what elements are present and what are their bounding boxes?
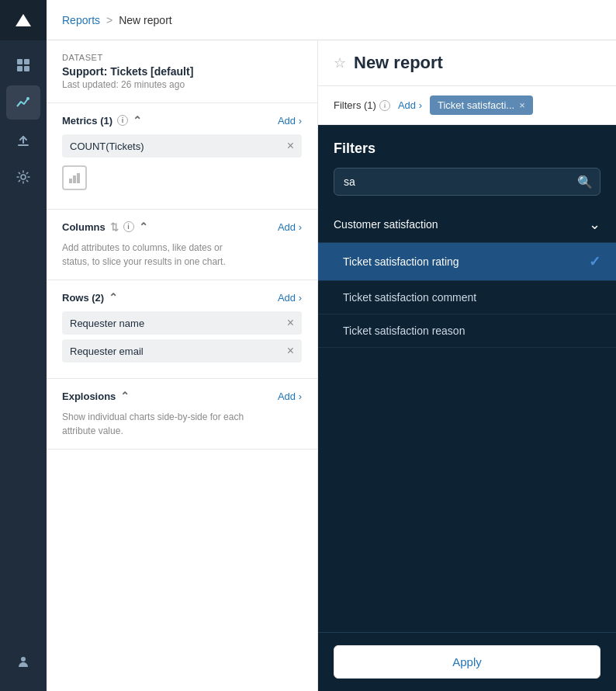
rows-title: Rows (2) ⌃ (62, 291, 118, 304)
filters-panel-title: Filters (318, 125, 616, 168)
explosions-section: Explosions ⌃ Add › Show individual chart… (47, 379, 317, 450)
filter-item-satisfaction-reason[interactable]: Ticket satisfaction reason (318, 314, 616, 348)
columns-info-icon[interactable]: i (123, 221, 134, 232)
explosions-collapse-icon[interactable]: ⌃ (120, 390, 130, 402)
metrics-section: Metrics (1) i ⌃ Add › COUNT(Tickets) × (47, 103, 317, 210)
svg-rect-3 (24, 66, 29, 71)
columns-add-button[interactable]: Add › (278, 221, 302, 233)
dataset-label: Dataset (62, 53, 302, 62)
columns-sort-icon[interactable]: ⇅ (110, 221, 119, 233)
explosions-header: Explosions ⌃ Add › (62, 390, 302, 402)
chart-placeholder (62, 165, 302, 190)
app-logo[interactable] (0, 0, 47, 40)
rows-collapse-icon[interactable]: ⌃ (109, 291, 118, 304)
apply-button[interactable]: Apply (334, 645, 600, 679)
chart-type-icon[interactable] (62, 165, 87, 190)
sidebar-item-settings[interactable] (6, 160, 40, 194)
columns-section: Columns ⇅ i ⌃ Add › Add attributes to co… (47, 210, 317, 280)
right-panel-header: ☆ New report (318, 40, 616, 86)
filter-groups: Customer satisfaction ⌄ Ticket satisfact… (318, 207, 616, 632)
filters-search-input[interactable] (334, 168, 600, 196)
search-icon: 🔍 (577, 175, 593, 189)
filters-label: Filters (1) i (334, 99, 390, 111)
content-area: Dataset Support: Tickets [default] Last … (47, 40, 616, 691)
svg-rect-2 (17, 66, 22, 71)
metrics-header: Metrics (1) i ⌃ Add › (62, 114, 302, 127)
explosions-title: Explosions ⌃ (62, 390, 130, 402)
dataset-info: Dataset Support: Tickets [default] Last … (47, 40, 317, 103)
filters-panel: Filters 🔍 Customer satisfaction ⌄ (318, 125, 616, 691)
sidebar (0, 0, 47, 691)
left-panel: Dataset Support: Tickets [default] Last … (47, 40, 318, 691)
columns-header: Columns ⇅ i ⌃ Add › (62, 220, 302, 233)
rows-chip-requester-name-remove[interactable]: × (287, 317, 294, 329)
breadcrumb: Reports > New report (62, 14, 172, 26)
filter-group-customer-satisfaction[interactable]: Customer satisfaction ⌄ (318, 207, 616, 243)
rows-header: Rows (2) ⌃ Add › (62, 291, 302, 304)
right-panel: ☆ New report Filters (1) i Add › Ticket … (318, 40, 616, 691)
columns-title: Columns ⇅ i ⌃ (62, 220, 148, 233)
chart-bar-icon (67, 171, 81, 185)
metrics-add-button[interactable]: Add › (278, 115, 302, 127)
report-title: New report (354, 53, 443, 73)
explosions-placeholder: Show individual charts side-by-side for … (62, 410, 302, 438)
metrics-info-icon[interactable]: i (117, 115, 128, 126)
svg-rect-8 (69, 179, 72, 183)
filter-group-chevron-icon: ⌄ (589, 216, 600, 233)
dataset-name: Support: Tickets [default] (62, 65, 302, 78)
filters-search-wrapper: 🔍 (334, 168, 600, 196)
main-content: Reports > New report Dataset Support: Ti… (47, 0, 616, 691)
rows-chip-requester-email: Requester email × (62, 339, 302, 363)
filter-check-icon: ✓ (589, 253, 600, 270)
svg-point-6 (21, 175, 26, 179)
columns-collapse-icon[interactable]: ⌃ (139, 220, 148, 233)
apply-section: Apply (318, 632, 616, 691)
active-filter-chip-remove[interactable]: × (519, 99, 525, 111)
rows-chip-requester-email-remove[interactable]: × (287, 345, 294, 357)
grid-icon (16, 57, 31, 73)
person-icon (16, 654, 31, 669)
breadcrumb-separator: > (106, 14, 112, 26)
sidebar-item-bottom[interactable] (6, 644, 40, 679)
filters-add-button[interactable]: Add › (398, 99, 422, 111)
metrics-chip-count-tickets: COUNT(Tickets) × (62, 134, 302, 158)
chart-icon (16, 95, 31, 110)
page-header: Reports > New report (47, 0, 616, 40)
svg-point-4 (26, 97, 29, 100)
filter-item-satisfaction-rating[interactable]: Ticket satisfaction rating ✓ (318, 243, 616, 281)
metrics-title: Metrics (1) i ⌃ (62, 114, 142, 127)
svg-point-7 (21, 657, 26, 661)
filters-search-container: 🔍 (318, 168, 616, 207)
svg-rect-0 (17, 59, 22, 64)
breadcrumb-current: New report (119, 14, 171, 26)
columns-placeholder: Add attributes to columns, like dates or… (62, 241, 302, 269)
sidebar-item-dashboard[interactable] (6, 48, 40, 82)
explosions-add-button[interactable]: Add › (278, 391, 302, 402)
svg-rect-1 (24, 59, 29, 64)
breadcrumb-reports-link[interactable]: Reports (62, 14, 100, 26)
gear-icon (16, 169, 31, 185)
rows-add-button[interactable]: Add › (278, 292, 302, 304)
active-filter-chip[interactable]: Ticket satisfacti... × (430, 95, 533, 115)
filter-item-satisfaction-comment[interactable]: Ticket satisfaction comment (318, 281, 616, 314)
sidebar-item-upload[interactable] (6, 123, 40, 157)
dataset-updated: Last updated: 26 minutes ago (62, 79, 302, 90)
metrics-chip-remove-button[interactable]: × (287, 140, 294, 152)
filters-info-icon[interactable]: i (379, 100, 390, 111)
svg-rect-9 (73, 175, 76, 183)
rows-section: Rows (2) ⌃ Add › Requester name × Reques… (47, 280, 317, 379)
filters-bar: Filters (1) i Add › Ticket satisfacti...… (318, 86, 616, 125)
sidebar-item-reports[interactable] (6, 85, 40, 120)
logo-icon (16, 14, 31, 26)
sidebar-bottom (6, 644, 40, 691)
metrics-collapse-icon[interactable]: ⌃ (133, 114, 142, 127)
sidebar-nav (0, 40, 47, 644)
upload-icon (16, 132, 31, 148)
svg-rect-10 (77, 173, 80, 183)
star-icon[interactable]: ☆ (334, 54, 346, 71)
rows-chip-requester-name: Requester name × (62, 311, 302, 335)
